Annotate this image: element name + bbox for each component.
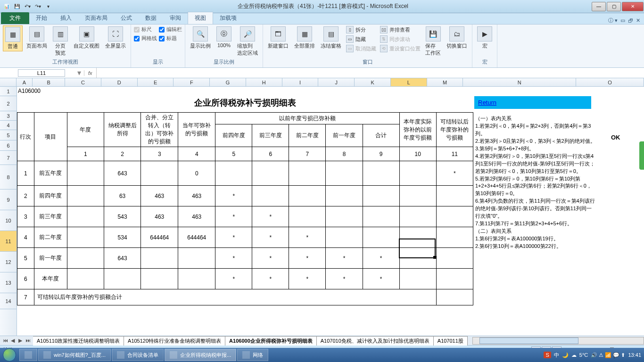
table-cell[interactable]: *: [289, 269, 326, 289]
table-cell[interactable]: *: [326, 269, 363, 289]
view-page-layout-button[interactable]: ▤页面布局: [25, 25, 49, 50]
freeze-panes-button[interactable]: ▤冻结窗格: [319, 25, 343, 50]
sheet-tab[interactable]: A105120特殊行业准备金纳税调整明细表: [124, 336, 225, 346]
reset-pos-button[interactable]: ⟲重设窗口位置: [379, 44, 421, 53]
ime-icon[interactable]: S: [544, 352, 551, 358]
table-cell[interactable]: *: [326, 248, 363, 269]
table-cell[interactable]: [67, 161, 104, 186]
table-cell[interactable]: [436, 248, 473, 269]
table-cell[interactable]: [215, 161, 252, 186]
col-header-H[interactable]: H: [246, 78, 282, 86]
minimize-button[interactable]: —: [592, 2, 606, 11]
col-header-B[interactable]: B: [33, 78, 65, 86]
table-cell[interactable]: 644464: [178, 227, 215, 248]
table-cell[interactable]: [141, 269, 178, 289]
tray-icons[interactable]: 🔊 ⚠ 📶 💬 ⬆: [591, 352, 625, 358]
chk-ruler[interactable]: 标尺: [134, 25, 157, 33]
chk-headings[interactable]: 标题: [159, 34, 182, 42]
col-header-E[interactable]: E: [138, 78, 174, 86]
save-icon[interactable]: 💾: [12, 2, 22, 11]
table-cell[interactable]: [436, 227, 473, 248]
formula-input[interactable]: [96, 68, 644, 78]
minimize-ribbon-icon[interactable]: ▭: [620, 17, 625, 24]
table-cell[interactable]: *: [252, 248, 289, 269]
table-cell[interactable]: *: [215, 269, 252, 289]
table-cell[interactable]: [326, 186, 363, 206]
tab-file[interactable]: 文件: [1, 12, 29, 24]
col-header-D[interactable]: D: [101, 78, 138, 86]
select-all-corner[interactable]: [0, 78, 17, 86]
table-cell[interactable]: [363, 186, 399, 206]
table-cell[interactable]: [289, 186, 326, 206]
new-window-button[interactable]: 🗔新建窗口: [266, 25, 290, 50]
table-cell[interactable]: 463: [178, 186, 215, 206]
lang-icon[interactable]: 中: [554, 352, 559, 359]
table-cell[interactable]: 643: [104, 161, 140, 186]
tab-加载项[interactable]: 加载项: [213, 12, 243, 24]
row-header-10[interactable]: 10: [0, 210, 17, 231]
qat-more-icon[interactable]: ▾: [43, 2, 53, 11]
table-cell[interactable]: [436, 186, 473, 206]
row-header-14[interactable]: 14: [0, 293, 17, 309]
row-header-2[interactable]: 2: [0, 96, 17, 111]
col-header-L[interactable]: L: [391, 78, 427, 86]
row-header-11[interactable]: 11: [0, 231, 17, 252]
tab-插入[interactable]: 插入: [54, 12, 78, 24]
table-cell[interactable]: [326, 161, 363, 186]
tab-审阅[interactable]: 审阅: [163, 12, 188, 24]
table-cell[interactable]: 643: [104, 248, 140, 269]
chk-formula-bar[interactable]: 编辑栏: [159, 25, 182, 33]
table-cell[interactable]: *: [252, 227, 289, 248]
table-cell[interactable]: *: [289, 248, 326, 269]
table-cell[interactable]: 463: [178, 206, 215, 227]
table-cell[interactable]: [141, 248, 178, 269]
taskbar-item[interactable]: [19, 349, 37, 361]
view-fullscreen-button[interactable]: ⛶全屏显示: [103, 25, 128, 50]
tab-开始[interactable]: 开始: [29, 12, 54, 24]
table-cell[interactable]: 0: [178, 161, 215, 186]
table-cell[interactable]: [399, 269, 436, 289]
table-cell[interactable]: 463: [141, 206, 178, 227]
name-box[interactable]: L11: [18, 69, 65, 77]
row-header-4[interactable]: 4: [0, 121, 17, 130]
table-cell[interactable]: 543: [104, 206, 140, 227]
maximize-button[interactable]: ▢: [607, 2, 621, 11]
sheet-next-icon[interactable]: ▶: [17, 337, 24, 344]
tab-公式[interactable]: 公式: [114, 12, 139, 24]
table-cell[interactable]: [363, 206, 399, 227]
start-button[interactable]: [0, 348, 19, 362]
table-cell[interactable]: [399, 161, 436, 186]
spreadsheet-grid[interactable]: ABCDEFGHIJKLMNO 1234567891011121314 A106…: [0, 78, 644, 336]
row-header-6[interactable]: 6: [0, 140, 17, 151]
table-cell[interactable]: [326, 227, 363, 248]
table-cell[interactable]: [289, 206, 326, 227]
table-cell[interactable]: [67, 227, 104, 248]
side-by-side-button[interactable]: ▯▯并排查看: [379, 25, 421, 34]
table-cell[interactable]: *: [215, 186, 252, 206]
col-header-F[interactable]: F: [173, 78, 210, 86]
arrange-all-button[interactable]: ▦全部重排: [292, 25, 317, 50]
table-cell[interactable]: [67, 206, 104, 227]
undo-icon[interactable]: ↶▾: [23, 2, 32, 11]
zoom-selection-button[interactable]: 🔎缩放到 选定区域: [235, 25, 260, 58]
table-cell[interactable]: *: [215, 227, 252, 248]
table-cell[interactable]: [399, 186, 436, 206]
table-cell[interactable]: [326, 206, 363, 227]
row-header-12[interactable]: 12: [0, 252, 17, 272]
row-header-9[interactable]: 9: [0, 189, 17, 210]
col-header-G[interactable]: G: [210, 78, 246, 86]
zoom-100-button[interactable]: ⓪100%: [215, 25, 233, 49]
sheet-first-icon[interactable]: ⏮: [2, 337, 8, 344]
table-cell[interactable]: [399, 206, 436, 227]
row-header-7[interactable]: 7: [0, 151, 17, 165]
row-header-1[interactable]: 1: [0, 87, 17, 96]
table-cell[interactable]: [178, 269, 215, 289]
zoom-button[interactable]: 🔍显示比例: [188, 25, 213, 50]
sheet-tab[interactable]: A105110政策性搬迁纳税调整明细表: [33, 336, 124, 346]
taskbar-item[interactable]: 合同设备清单: [112, 349, 164, 361]
view-page-break-button[interactable]: ▥分页 预览: [51, 25, 70, 58]
clock[interactable]: 13:41: [628, 352, 641, 358]
table-cell[interactable]: *: [289, 227, 326, 248]
return-link[interactable]: Return: [474, 96, 591, 109]
taskbar-item[interactable]: 网络: [237, 349, 268, 361]
